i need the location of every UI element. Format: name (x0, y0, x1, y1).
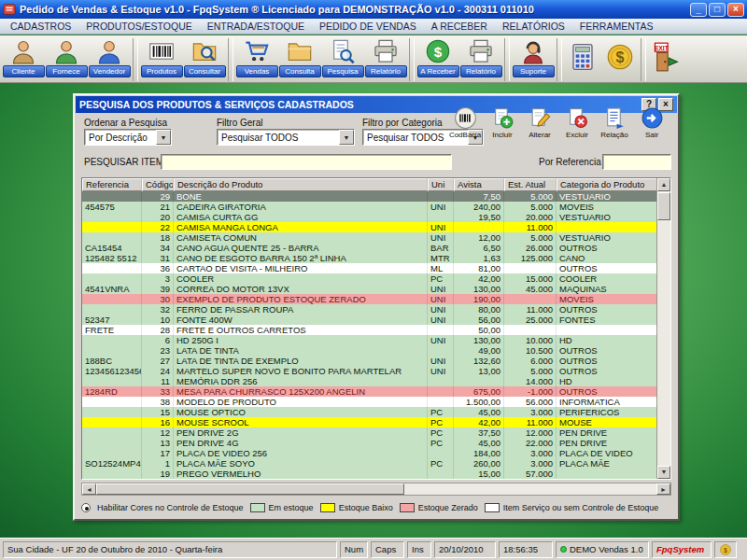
column-header-categoria[interactable]: Categoria do Produto (557, 178, 657, 191)
toolbar-button[interactable]: Consulta (278, 36, 321, 82)
cell-codigo: 31 (142, 253, 174, 263)
table-row[interactable]: 13 PEN DRIVE 4G PC 45,00 22.000 PEN DRIV… (82, 438, 657, 448)
table-row[interactable]: SO12524MP400 1 PLACA MÃE SOYO PC 260,00 … (82, 458, 657, 469)
toolbar-button[interactable]: Cliente (2, 36, 45, 82)
habilitar-cores-radio[interactable] (81, 503, 91, 512)
toolbar-button[interactable]: Suporte (512, 36, 555, 82)
toolbar-button[interactable]: Pesquisa (321, 36, 364, 82)
dialog-action-button[interactable]: Alterar (521, 106, 558, 149)
table-row[interactable]: 30 EXEMPLO DE PRODUTO ESTOQUE ZERADO UNI… (82, 294, 657, 304)
horizontal-scrollbar[interactable]: ◄ ► (81, 483, 671, 496)
table-row[interactable]: 19 PREGO VERMELHO 15,00 57.000 (82, 469, 657, 479)
menu-item[interactable]: PEDIDO DE VENDAS (312, 20, 424, 33)
cell-descricao: PLACA MÃE SOYO (174, 458, 428, 469)
filtro-geral-select[interactable]: Pesquisar TODOS ▼ (217, 129, 355, 146)
table-row[interactable]: 123456123456 24 MARTELO SUPER NOVO E BON… (82, 366, 657, 376)
table-row[interactable]: FRETE 28 FRETE E OUTROS CARRETOS 50,00 (82, 325, 657, 335)
toolbar-button[interactable] (228, 38, 233, 81)
horizontal-scroll-thumb[interactable] (96, 483, 404, 495)
cell-uni: PC (428, 273, 454, 284)
menu-item[interactable]: PRODUTOS/ESTOQUE (78, 20, 199, 33)
column-header-avista[interactable]: Avista (454, 178, 504, 191)
table-row[interactable]: 20 CAMISA CURTA GG 19,50 20.000 VESTUARI… (82, 212, 657, 222)
table-row[interactable]: 29 BONE 7,50 5.000 VESTUARIO (82, 191, 657, 202)
scroll-down-icon[interactable]: ▼ (657, 466, 670, 479)
column-header-descricao[interactable]: Descrição do Produto (174, 178, 428, 191)
menu-item[interactable]: A RECEBER (424, 20, 495, 33)
vertical-scroll-thumb[interactable] (657, 192, 670, 220)
chevron-down-icon[interactable]: ▼ (156, 130, 171, 145)
column-header-uni[interactable]: Uni (428, 178, 454, 191)
table-row[interactable]: 188BC 27 LATA DE TINTA DE EXEMPLO UNI 13… (82, 356, 657, 366)
table-row[interactable]: 454575 21 CADEIRA GIRATORIA UNI 240,00 5… (82, 202, 657, 212)
table-row[interactable]: 17 PLACA DE VIDEO 256 184,00 3.000 PLACA… (82, 448, 657, 458)
column-header-codigo[interactable]: Código (142, 178, 174, 191)
toolbar-button[interactable] (504, 38, 510, 81)
column-header-est-atual[interactable]: Est. Atual (504, 178, 557, 191)
menu-item[interactable]: CADASTROS (3, 20, 78, 33)
table-row[interactable]: CA15454 34 CANO AGUA QUENTE 25 - BARRA B… (82, 243, 657, 253)
toolbar-button[interactable] (641, 38, 646, 81)
maximize-button[interactable]: □ (709, 3, 726, 17)
por-referencia-input[interactable] (602, 154, 671, 170)
table-row[interactable]: 4541VNRA 39 CORREA DO MOTOR 13VX UNI 130… (82, 284, 657, 294)
dialog-action-button[interactable]: Incluir (484, 106, 521, 149)
table-row[interactable]: 1284RD 33 MESA PARA CHURRASCO 125X200 AN… (82, 386, 657, 397)
toolbar-button[interactable]: Vendedor (88, 36, 131, 82)
toolbar-button[interactable]: Relatório (364, 36, 407, 82)
table-row[interactable]: 11 MEMÓRIA DDR 256 14.000 HD (82, 376, 657, 386)
table-row[interactable]: 16 MOUSE SCROOL PC 42,00 11.000 MOUSE (82, 417, 657, 427)
dialog-action-button[interactable]: Excluir (558, 106, 596, 149)
toolbar-button[interactable] (133, 38, 138, 81)
toolbar-button[interactable] (564, 36, 601, 82)
table-row[interactable]: 12 PEN DRIVE 2G PC 37,50 12.000 PEN DRIV… (82, 427, 657, 438)
cell-est-atual: 15.000 (504, 273, 557, 284)
column-header-referencia[interactable]: Referencia (82, 178, 142, 191)
menu-item[interactable]: FERRAMENTAS (572, 20, 661, 33)
toolbar-button[interactable] (409, 38, 415, 81)
scroll-right-icon[interactable]: ► (656, 483, 670, 495)
scroll-left-icon[interactable]: ◄ (82, 483, 96, 495)
table-row[interactable]: 52347 10 FONTE 400W UNI 56,00 25.000 FON… (82, 315, 657, 325)
vertical-scrollbar[interactable]: ▲ ▼ (656, 178, 670, 479)
toolbar-button[interactable]: $ A Receber (416, 36, 459, 82)
toolbar-button[interactable] (557, 38, 562, 81)
ordenar-select[interactable]: Por Descrição ▼ (84, 129, 172, 146)
table-row[interactable]: 125482 5512 31 CANO DE ESGOTO BARRA 150 … (82, 253, 657, 263)
toolbar-button[interactable]: Fornece (45, 36, 88, 82)
close-button[interactable]: × (727, 3, 744, 17)
menu-item[interactable]: ENTRADA/ESTOQUE (200, 20, 312, 33)
table-row[interactable]: 32 FERRO DE PASSAR ROUPA UNI 80,00 11.00… (82, 304, 657, 315)
table-row[interactable]: 22 CAMISA MANGA LONGA UNI 11.000 (82, 222, 657, 232)
table-row[interactable]: 6 HD 250G I UNI 130,00 10.000 HD (82, 335, 657, 345)
cell-avista: 130,00 (454, 335, 504, 345)
toolbar-button[interactable]: Consultar (183, 36, 226, 82)
menu-item[interactable]: RELATÓRIOS (495, 20, 572, 33)
table-row[interactable]: 3 COOLER PC 42,00 15.000 COOLER (82, 273, 657, 284)
minimize-button[interactable]: _ (690, 3, 707, 17)
pesquisar-item-input[interactable] (161, 154, 452, 170)
dialog-action-button[interactable]: Relação (596, 106, 633, 149)
scroll-track[interactable] (404, 483, 656, 495)
table-row[interactable]: 15 MOUSE OPTICO PC 45,00 3.000 PERIFERIC… (82, 407, 657, 417)
scroll-up-icon[interactable]: ▲ (657, 178, 670, 191)
chevron-down-icon[interactable]: ▼ (339, 130, 354, 145)
dialog-action-button[interactable]: Sair (633, 106, 670, 149)
cell-est-atual: 11.000 (504, 222, 557, 232)
toolbar-button[interactable]: EXIT (648, 36, 685, 82)
toolbar-button[interactable]: Produtos (140, 36, 183, 82)
toolbar-button[interactable]: Vendas (235, 36, 278, 82)
status-insert: Ins (407, 541, 431, 558)
table-row[interactable]: 18 CAMISETA COMUN UNI 12,00 5.000 VESTUA… (82, 232, 657, 243)
cell-est-atual: 10.000 (504, 335, 557, 345)
table-row[interactable]: 38 MODELO DE PRODUTO 1.500,00 56.000 INF… (82, 397, 657, 407)
dialog-action-button[interactable]: CodBarra (446, 106, 484, 149)
toolbar-button[interactable]: $ (601, 36, 639, 82)
cell-est-atual: 26.000 (504, 243, 557, 253)
table-row[interactable]: 23 LATA DE TINTA 49,00 10.500 OUTROS (82, 345, 657, 356)
toolbar-button[interactable]: Relatório (459, 36, 502, 82)
table-row[interactable]: 36 CARTAO DE VISITA - MILHEIRO ML 81,00 … (82, 263, 657, 273)
cell-uni (428, 345, 454, 356)
cell-referencia (82, 469, 142, 479)
dialog-action-icon (603, 106, 627, 130)
